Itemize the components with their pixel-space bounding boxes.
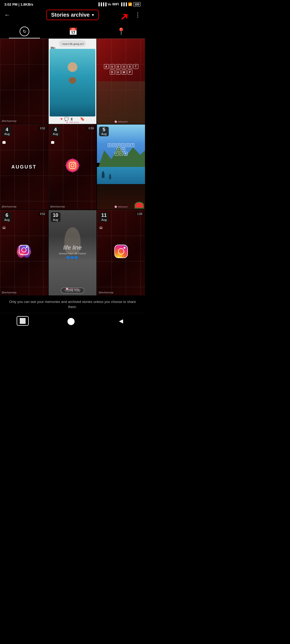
august-text-label: AUGUST xyxy=(11,164,37,170)
calendar-icon: 📅 xyxy=(69,27,77,36)
back-button[interactable]: ← xyxy=(4,12,10,19)
lifeline-text: life line Mention Your Life Partner 💙💙💙 xyxy=(51,244,94,260)
grid-item-9[interactable]: 11 Aug 1:00 xyxy=(97,210,145,295)
grid-item-1[interactable]: @techysnoop xyxy=(0,39,48,124)
date-month-6: Aug xyxy=(101,132,107,136)
add-yours-3[interactable]: Add yours xyxy=(118,120,128,123)
date-num-5: 4 xyxy=(53,127,58,133)
svg-rect-20 xyxy=(115,245,128,258)
svg-point-23 xyxy=(124,247,125,249)
stories-grid: @techysnoop : How's life going on? Me: ♥… xyxy=(0,39,145,295)
date-month-9: Aug xyxy=(101,218,107,221)
date-badge-7: 6 Aug xyxy=(2,212,12,222)
bookmark-icon: 🔖 xyxy=(80,117,85,121)
lifeline-subtitle: Mention Your Life Partner xyxy=(51,252,94,255)
nav-back-button[interactable]: ◀ xyxy=(114,317,128,325)
svg-point-19 xyxy=(26,246,28,248)
instagram-plain-icon xyxy=(113,243,129,259)
date-num-9: 11 xyxy=(101,213,107,218)
grid-item-6[interactable]: 5 Aug A U G U S T S xyxy=(97,125,145,210)
duration-9: 1:00 xyxy=(136,212,143,216)
travel-aug-text: A U G U S T S O F A R xyxy=(97,143,145,156)
nav-square-button[interactable]: ⬜ xyxy=(17,316,29,326)
heart-icon: ♥ xyxy=(60,117,63,121)
lifeline-title: life line xyxy=(51,244,94,251)
date-badge-4: 4 Aug xyxy=(2,127,12,136)
date-month-5: Aug xyxy=(53,132,58,136)
filter-icon: ⧗ xyxy=(70,117,73,121)
menu-button[interactable]: ⋮ xyxy=(135,12,141,19)
username-9: @techysnoop xyxy=(99,291,113,294)
wifi2-icon: 📶 xyxy=(128,2,132,6)
add-yours-2[interactable]: Add yours xyxy=(69,121,79,123)
question-text: : How's life going on? xyxy=(61,43,84,45)
cam-icon-7 xyxy=(2,226,6,231)
recent-icon: ↻ xyxy=(20,27,29,36)
title-dropdown[interactable]: Stories archive ▾ xyxy=(46,10,99,20)
date-num-4: 4 xyxy=(4,127,10,133)
svg-point-12 xyxy=(74,163,75,164)
tab-calendar[interactable]: 📅 xyxy=(58,26,88,38)
lifeline-hearts: 💙💙💙 xyxy=(51,256,94,260)
signal2-icon: ▐▐▐ xyxy=(120,2,127,6)
username-4: @techysnoop xyxy=(2,205,16,208)
battery-icon: 100 xyxy=(133,2,141,6)
tab-bar: ↻ 📅 📍 xyxy=(0,23,145,39)
add-yours-6[interactable]: Add yours xyxy=(118,206,128,208)
location-icon: 📍 xyxy=(117,27,125,36)
cam-icon-4 xyxy=(2,141,6,145)
date-badge-8: 10 Aug xyxy=(51,212,60,222)
nav-home-button[interactable]: ⬤ xyxy=(62,316,80,326)
username-5: @techysnoop xyxy=(50,205,65,208)
signal-icon: ▐▐▐▐ xyxy=(97,2,107,6)
date-month-7: Aug xyxy=(4,218,10,221)
username-1: @techysnoop xyxy=(2,120,16,122)
add-yours-8[interactable]: Add yours xyxy=(69,288,79,290)
status-time: 3:02 PM | 1.8KB/s xyxy=(4,2,33,6)
date-badge-6: 5 Aug xyxy=(99,127,109,136)
username-7: @techysnoop xyxy=(2,291,16,294)
header: ← Stories archive ▾ ⋮ xyxy=(0,8,145,23)
cam-icon-5 xyxy=(51,141,55,145)
date-num-8: 10 xyxy=(53,213,58,218)
footer-note: Only you can see your memories and archi… xyxy=(0,295,145,313)
date-badge-9: 11 Aug xyxy=(99,212,109,222)
header-wrapper: ← Stories archive ▾ ⋮ ➜ xyxy=(0,8,145,23)
grid-item-7[interactable]: 6 Aug 0:52 xyxy=(0,210,48,295)
date-num-6: 5 xyxy=(101,127,107,133)
grid-item-5[interactable]: 4 Aug 0:59 xyxy=(49,125,97,210)
bottom-nav: ⬜ ⬤ ◀ xyxy=(0,313,145,331)
svg-point-1 xyxy=(67,160,78,171)
duration-7: 0:52 xyxy=(39,212,46,216)
grid-item-2[interactable]: : How's life going on? Me: ♥ 💬 ⧗ 🔖 🌸 Add… xyxy=(49,39,97,124)
date-month-8: Aug xyxy=(53,218,58,221)
date-month-4: Aug xyxy=(4,132,10,136)
chevron-down-icon: ▾ xyxy=(92,12,94,17)
cam-icon-9 xyxy=(99,226,103,231)
duration-4: 0:52 xyxy=(39,127,46,130)
instagram-splash-icon xyxy=(64,157,81,174)
page-title: Stories archive xyxy=(51,12,89,18)
status-right: ▐▐▐▐ Vo WiFi ▐▐▐ 📶 100 xyxy=(97,2,141,6)
grid-item-3[interactable]: A U G U S T D U M P 🌸 Add yours xyxy=(97,39,145,124)
grid-item-8[interactable]: 10 Aug life line Mention Your Life Partn… xyxy=(49,210,97,295)
comment-icon: 💬 xyxy=(64,117,69,121)
grid-item-4[interactable]: 4 Aug 0:52 AUGUST @techysnoop xyxy=(0,125,48,210)
aug-dump-text: A U G U S T D U M P xyxy=(97,64,145,75)
tab-recent[interactable]: ↻ xyxy=(9,25,40,38)
status-bar: 3:02 PM | 1.8KB/s ▐▐▐▐ Vo WiFi ▐▐▐ 📶 100 xyxy=(0,0,145,8)
wifi-icon: WiFi xyxy=(112,2,119,6)
vo-text: Vo xyxy=(108,3,111,6)
date-num-7: 6 xyxy=(4,213,10,218)
duration-5: 0:59 xyxy=(88,127,95,130)
date-badge-5: 4 Aug xyxy=(51,127,60,136)
me-label: Me: xyxy=(51,46,56,49)
tab-location[interactable]: 📍 xyxy=(106,26,136,38)
instagram-colorful-icon xyxy=(15,242,33,261)
